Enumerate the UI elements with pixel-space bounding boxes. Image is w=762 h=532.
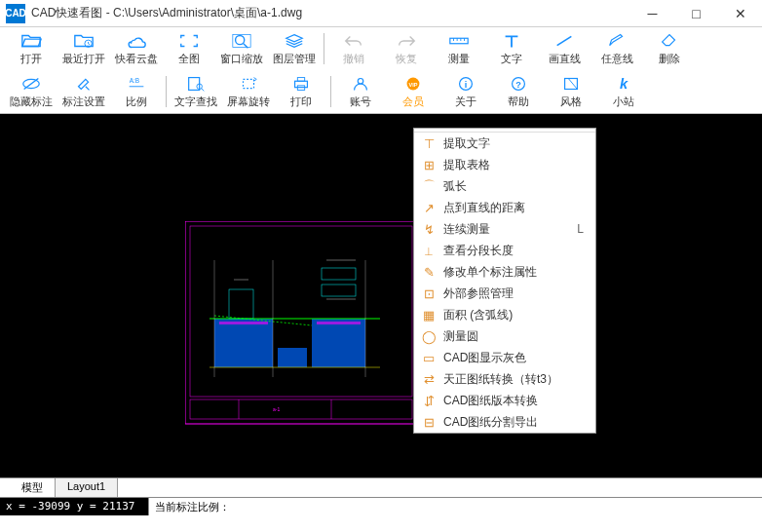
print-button[interactable]: 打印: [275, 72, 327, 111]
measure-button[interactable]: 测量: [433, 29, 485, 68]
menu-text: 提取文字: [439, 135, 584, 152]
menu-item-4[interactable]: ↯连续测量L: [414, 218, 595, 240]
anyline-button[interactable]: 任意线: [591, 29, 643, 68]
style-button[interactable]: 风格: [545, 72, 597, 111]
scale-status: 当前标注比例：: [148, 498, 236, 515]
menu-icon: ↯: [418, 222, 439, 237]
search-doc-icon: [185, 74, 207, 94]
text-icon: [501, 31, 522, 51]
menu-text: CAD图纸版本转换: [439, 393, 584, 409]
recent-button[interactable]: 最近打开: [57, 29, 110, 68]
menu-icon: ⊟: [418, 415, 439, 430]
menu-icon: ⊡: [418, 286, 439, 301]
undo-icon: [343, 31, 364, 51]
menu-item-3[interactable]: ↗点到直线的距离: [414, 197, 595, 218]
menu-item-12[interactable]: ⇵CAD图纸版本转换: [414, 390, 595, 411]
svg-point-1: [236, 36, 245, 45]
menu-text: CAD图显示灰色: [439, 350, 584, 366]
scale-button[interactable]: A:B比例: [110, 72, 163, 111]
menu-text: 点到直线的距离: [439, 200, 584, 216]
menu-item-2[interactable]: ⌒弧长: [414, 175, 595, 197]
menu-item-10[interactable]: ▭CAD图显示灰色: [414, 347, 595, 368]
app-icon: CAD: [6, 4, 25, 23]
site-button[interactable]: k小站: [597, 72, 650, 111]
menu-item-0[interactable]: ⊤提取文字: [414, 133, 595, 154]
open-button[interactable]: 打开: [5, 29, 57, 68]
svg-rect-40: [317, 322, 361, 324]
menu-item-5[interactable]: ⟂查看分段长度: [414, 240, 595, 261]
toolbar-row-1: 打开 最近打开 快看云盘 全图 窗口缩放 图层管理 撤销 恢复 测量 文字 画直…: [0, 27, 762, 70]
eye-off-icon: [20, 74, 42, 94]
text-button[interactable]: 文字: [485, 29, 538, 68]
line-button[interactable]: 画直线: [538, 29, 591, 68]
delete-button[interactable]: 删除: [643, 29, 696, 68]
layer-button[interactable]: 图层管理: [268, 29, 321, 68]
menu-icon: ✎: [418, 265, 439, 280]
tab-model[interactable]: 模型: [10, 478, 56, 497]
svg-rect-8: [244, 79, 254, 88]
svg-rect-27: [214, 319, 273, 367]
menu-item-11[interactable]: ⇄天正图纸转换（转t3）: [414, 368, 595, 390]
menu-item-8[interactable]: ▦面积 (含弧线): [414, 304, 595, 325]
svg-rect-32: [322, 285, 356, 296]
svg-point-12: [358, 79, 363, 85]
svg-rect-29: [312, 319, 365, 367]
tab-layout1[interactable]: Layout1: [56, 478, 118, 497]
separator: [330, 76, 331, 107]
menu-text: CAD图纸分割导出: [439, 414, 584, 431]
about-button[interactable]: i关于: [439, 72, 492, 111]
pen-settings-icon: [73, 74, 95, 94]
window-title: CAD快速看图 - C:\Users\Administrator\桌面\a-1.…: [31, 5, 630, 21]
menu-text: 查看分段长度: [439, 243, 584, 259]
zoom-icon: [231, 31, 252, 51]
menu-item-13[interactable]: ⊟CAD图纸分割导出: [414, 411, 595, 433]
user-icon: [350, 74, 371, 94]
title-bar: CAD CAD快速看图 - C:\Users\Administrator\桌面\…: [0, 0, 762, 27]
mark-settings-button[interactable]: 标注设置: [57, 72, 110, 111]
layers-icon: [284, 31, 305, 51]
menu-item-7[interactable]: ⊡外部参照管理: [414, 283, 595, 304]
toolbar: 打开 最近打开 快看云盘 全图 窗口缩放 图层管理 撤销 恢复 测量 文字 画直…: [0, 27, 762, 114]
svg-rect-31: [322, 268, 356, 280]
menu-text: 天正图纸转换（转t3）: [439, 371, 584, 388]
menu-text: 弧长: [439, 178, 584, 195]
cloud-icon: [126, 31, 147, 51]
rotate-icon: [238, 74, 259, 94]
menu-item-6[interactable]: ✎修改单个标注属性: [414, 261, 595, 283]
hide-annotation-button[interactable]: 隐藏标注: [5, 72, 57, 111]
menu-icon: ◯: [418, 329, 439, 344]
maximize-button[interactable]: □: [674, 0, 718, 27]
menu-item-9[interactable]: ◯测量圆: [414, 325, 595, 347]
cloud-button[interactable]: 快看云盘: [110, 29, 163, 68]
menu-icon: ⇵: [418, 394, 439, 408]
menu-text: 连续测量: [439, 221, 577, 238]
menu-text: 外部参照管理: [439, 285, 584, 302]
menu-item-1[interactable]: ⊞提取表格: [414, 154, 595, 175]
undo-button[interactable]: 撤销: [327, 29, 380, 68]
vip-icon: VIP: [402, 74, 424, 94]
help-button[interactable]: ?帮助: [492, 72, 545, 111]
menu-text: 修改单个标注属性: [439, 264, 584, 281]
vip-button[interactable]: VIP会员: [387, 72, 439, 111]
minimize-button[interactable]: ─: [630, 0, 674, 27]
full-view-button[interactable]: 全图: [163, 29, 215, 68]
text-search-button[interactable]: 文字查找: [170, 72, 222, 111]
svg-text:A:B: A:B: [130, 77, 139, 84]
svg-text:?: ?: [515, 80, 521, 90]
menu-shortcut: L: [577, 222, 591, 236]
info-icon: i: [455, 74, 476, 94]
cad-drawing: a-1: [185, 221, 419, 426]
drawing-canvas[interactable]: a-1: [0, 114, 762, 477]
close-button[interactable]: ✕: [718, 0, 762, 27]
svg-text:VIP: VIP: [409, 82, 418, 88]
svg-rect-39: [219, 322, 268, 324]
eraser-icon: [659, 31, 680, 51]
layout-tabs: 模型 Layout1: [0, 477, 762, 497]
window-zoom-button[interactable]: 窗口缩放: [215, 29, 268, 68]
line-icon: [553, 31, 575, 51]
redo-button[interactable]: 恢复: [380, 29, 433, 68]
window-controls: ─ □ ✕: [630, 0, 762, 27]
account-button[interactable]: 账号: [334, 72, 387, 111]
rotate-button[interactable]: 屏幕旋转: [222, 72, 275, 111]
svg-text:i: i: [465, 80, 468, 90]
